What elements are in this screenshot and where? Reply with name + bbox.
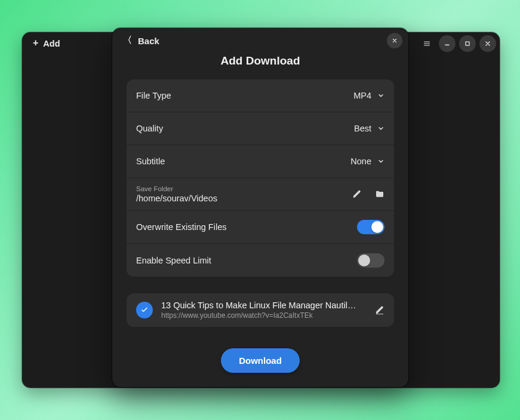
subtitle-label: Subtitle [136, 157, 165, 166]
item-title: 13 Quick Tips to Make Linux File Manager… [161, 301, 367, 310]
pencil-icon [375, 305, 384, 315]
speed-limit-switch[interactable] [357, 253, 384, 268]
file-type-label: File Type [136, 91, 171, 100]
subtitle-row[interactable]: Subtitle None [127, 145, 394, 178]
back-button-label: Back [138, 36, 159, 46]
quality-value: Best [354, 124, 371, 133]
overwrite-row: Overwrite Existing Files [127, 211, 394, 244]
folder-icon [375, 189, 384, 199]
save-folder-row: Save Folder /home/sourav/Videos [127, 178, 394, 211]
check-icon [140, 306, 149, 314]
pencil-icon [352, 189, 362, 199]
overwrite-label: Overwrite Existing Files [136, 222, 226, 232]
save-folder-caption: Save Folder [136, 185, 217, 192]
window-maximize-button[interactable] [459, 35, 476, 52]
chevron-down-icon [377, 158, 384, 165]
window-close-button[interactable] [479, 35, 496, 52]
minimize-icon [444, 40, 451, 47]
overwrite-switch[interactable] [357, 220, 384, 234]
add-download-dialog: 〈 Back Add Download File Type MP4 Qualit… [112, 28, 408, 387]
dialog-header: 〈 Back [112, 28, 408, 53]
item-url: https://www.youtube.com/watch?v=Ia2CaItx… [161, 311, 367, 320]
speed-limit-label: Enable Speed Limit [136, 256, 211, 265]
item-edit-button[interactable] [375, 305, 384, 315]
quality-row[interactable]: Quality Best [127, 112, 394, 145]
add-button-label: Add [43, 39, 60, 48]
svg-rect-0 [466, 42, 469, 45]
speed-limit-row: Enable Speed Limit [127, 244, 394, 277]
dialog-title: Add Download [112, 54, 408, 68]
plus-icon: + [33, 38, 38, 48]
file-type-row[interactable]: File Type MP4 [127, 79, 394, 112]
hamburger-icon [423, 40, 430, 47]
quality-label: Quality [136, 124, 163, 133]
maximize-icon [464, 40, 471, 47]
save-folder-path: /home/sourav/Videos [136, 194, 217, 203]
chevron-down-icon [377, 92, 384, 99]
add-button[interactable]: + Add [27, 35, 66, 52]
edit-folder-button[interactable] [352, 189, 362, 199]
close-icon [392, 38, 398, 44]
subtitle-value: None [350, 157, 371, 166]
dialog-close-button[interactable] [387, 33, 402, 48]
window-minimize-button[interactable] [439, 35, 456, 52]
file-type-value: MP4 [353, 91, 371, 100]
chevron-down-icon [377, 125, 384, 132]
settings-card: File Type MP4 Quality Best Subtitle None [127, 79, 394, 277]
back-button[interactable]: 〈 Back [112, 30, 168, 51]
download-item: 13 Quick Tips to Make Linux File Manager… [127, 293, 394, 327]
download-button[interactable]: Download [221, 348, 300, 373]
item-checkbox[interactable] [136, 302, 153, 318]
download-button-label: Download [239, 355, 282, 366]
hamburger-menu-button[interactable] [419, 35, 435, 52]
browse-folder-button[interactable] [375, 189, 384, 199]
chevron-left-icon: 〈 [123, 35, 132, 46]
close-icon [484, 40, 491, 47]
